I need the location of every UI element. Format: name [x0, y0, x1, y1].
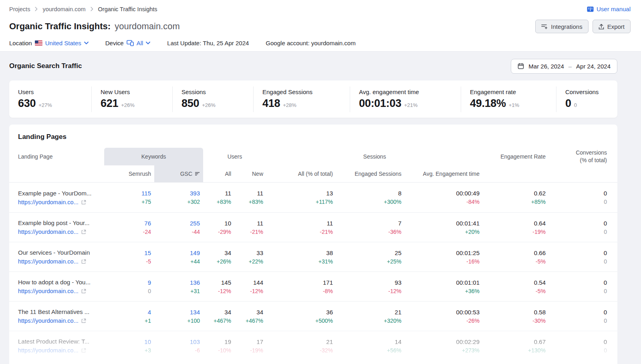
- cell-users-new: 11-21%: [234, 213, 266, 242]
- cell-conversions: 00: [549, 331, 617, 360]
- column-header-users-all[interactable]: All: [203, 165, 234, 182]
- cell-value: 171: [323, 279, 333, 286]
- keyword-count-link[interactable]: 255: [190, 220, 200, 227]
- table-row: Example page - YourDom...https://yourdom…: [9, 183, 617, 212]
- metric-label: Sessions: [181, 88, 253, 95]
- page-title-domain: yourdomain.com: [115, 21, 180, 31]
- device-filter[interactable]: Device All: [105, 40, 151, 46]
- cell-value: 19: [224, 338, 231, 345]
- external-link-icon[interactable]: [81, 289, 86, 294]
- landing-page-url[interactable]: https://yourdomain.co...: [18, 199, 79, 205]
- keyword-count-link[interactable]: 136: [190, 279, 200, 286]
- landing-page-url[interactable]: https://yourdomain.co...: [18, 258, 79, 265]
- location-filter[interactable]: Location United States: [9, 40, 89, 46]
- cell-users-all: 19-10%: [203, 331, 234, 360]
- cell-delta: +22%: [249, 258, 263, 265]
- user-manual-label: User manual: [597, 6, 631, 12]
- column-header-keywords[interactable]: Keywords: [104, 148, 203, 165]
- cell-value: 34: [224, 249, 231, 256]
- external-link-icon[interactable]: [81, 259, 86, 264]
- page-title-text: Organic Traffic Insights:: [9, 21, 111, 31]
- metric-label: Engaged Sessions: [262, 88, 350, 95]
- metric-delta: +27%: [38, 102, 52, 108]
- landing-page-title: Example blog post - Your...: [18, 219, 104, 226]
- keyword-count-link[interactable]: 10: [144, 338, 151, 345]
- landing-page-url[interactable]: https://yourdomain.co...: [18, 347, 79, 354]
- cell-delta: -5: [146, 258, 151, 265]
- cell-engagement-rate: 0.58-30%: [483, 302, 549, 331]
- date-range-picker[interactable]: Mar 26, 2024 – Apr 24, 2024: [511, 59, 617, 74]
- cell-delta: 0: [604, 347, 607, 354]
- keyword-count-link[interactable]: 115: [141, 190, 151, 197]
- cell-value: 0.62: [534, 190, 546, 197]
- landing-page-url[interactable]: https://yourdomain.co...: [18, 229, 79, 235]
- cell-value: 0: [604, 190, 607, 197]
- cell-value: 17: [256, 338, 263, 345]
- column-header-users[interactable]: Users: [203, 148, 266, 165]
- keyword-count-link[interactable]: 103: [190, 338, 200, 345]
- cell-value: 36: [326, 309, 333, 316]
- cell-landing-page: Latest Product Review: T...https://yourd…: [9, 331, 104, 360]
- integrations-button[interactable]: Integrations: [535, 20, 588, 33]
- cell-delta: +44: [190, 258, 200, 265]
- column-header-engaged-sessions[interactable]: Engaged Sessions: [336, 165, 405, 182]
- cell-avg-time: 00:01:41+20%: [405, 213, 483, 242]
- cell-conversions: 00: [549, 242, 617, 271]
- user-manual-link[interactable]: User manual: [587, 6, 631, 12]
- column-header-avg-engagement-time[interactable]: Avg. Engagement time: [405, 165, 483, 182]
- cell-gsc: 393+302: [154, 183, 203, 212]
- cell-delta: -32%: [320, 347, 333, 354]
- column-header-landing-page[interactable]: Landing Page: [9, 148, 104, 165]
- cell-users-all: 34+26%: [203, 242, 234, 271]
- cell-delta: -5%: [536, 258, 546, 265]
- conversions-header-line1: Conversions: [576, 149, 607, 156]
- cell-value: 25: [395, 249, 401, 256]
- device-label: Device: [105, 40, 124, 46]
- keyword-count-link[interactable]: 134: [190, 309, 200, 316]
- keyword-count-link[interactable]: 76: [144, 220, 151, 227]
- sort-icon: [195, 172, 200, 176]
- column-header-sessions-all[interactable]: All (% of total): [266, 165, 336, 182]
- cell-landing-page: Example blog post - Your...https://yourd…: [9, 213, 104, 242]
- external-link-icon[interactable]: [81, 318, 86, 323]
- breadcrumb-domain[interactable]: yourdomain.com: [42, 6, 85, 12]
- column-header-sessions[interactable]: Sessions: [266, 148, 483, 165]
- keyword-count-link[interactable]: 4: [148, 309, 151, 316]
- cell-gsc: 255-44: [154, 213, 203, 242]
- cell-semrush: 90: [104, 272, 154, 301]
- column-header-engagement-rate[interactable]: Engagement Rate: [483, 148, 549, 165]
- cell-delta: 0: [148, 288, 151, 294]
- landing-page-url[interactable]: https://yourdomain.co...: [18, 288, 79, 294]
- cell-delta: +100: [187, 318, 200, 324]
- external-link-icon[interactable]: [81, 200, 86, 205]
- cell-delta: -84%: [466, 199, 480, 205]
- column-header-conversions[interactable]: Conversions (% of total): [549, 148, 617, 165]
- cell-delta: +500%: [315, 318, 333, 324]
- cell-value: 11: [327, 220, 333, 227]
- keyword-count-link[interactable]: 15: [144, 249, 151, 256]
- column-header-semrush[interactable]: Semrush: [104, 165, 154, 182]
- column-header-users-new[interactable]: New: [234, 165, 266, 182]
- cell-delta: -10%: [218, 347, 231, 354]
- cell-sessions-all: 13+117%: [266, 183, 336, 212]
- cell-delta: -26%: [466, 318, 480, 324]
- keyword-count-link[interactable]: 393: [190, 190, 200, 197]
- export-button[interactable]: Export: [593, 20, 631, 33]
- external-link-icon[interactable]: [81, 229, 86, 234]
- column-header-gsc[interactable]: GSC: [154, 165, 203, 182]
- device-icon: [127, 40, 134, 46]
- metric-value: 00:01:03: [359, 97, 401, 110]
- breadcrumb-projects[interactable]: Projects: [9, 6, 30, 12]
- cell-delta: +56%: [387, 347, 401, 354]
- external-link-icon[interactable]: [81, 348, 86, 353]
- chevron-right-icon: [35, 7, 38, 11]
- metrics-summary: Users 630+27% New Users 621+26% Sessions…: [9, 80, 617, 118]
- keyword-count-link[interactable]: 9: [148, 279, 151, 286]
- landing-page-url[interactable]: https://yourdomain.co...: [18, 318, 79, 324]
- cell-semrush: 76-24: [104, 213, 154, 242]
- page-title: Organic Traffic Insights: yourdomain.com: [9, 21, 180, 32]
- landing-page-title: Our services - YourDomain: [18, 249, 104, 256]
- main-content: Organic Search Traffic Mar 26, 2024 – Ap…: [0, 51, 641, 364]
- landing-page-title: Example page - YourDom...: [18, 190, 104, 197]
- keyword-count-link[interactable]: 149: [190, 249, 200, 256]
